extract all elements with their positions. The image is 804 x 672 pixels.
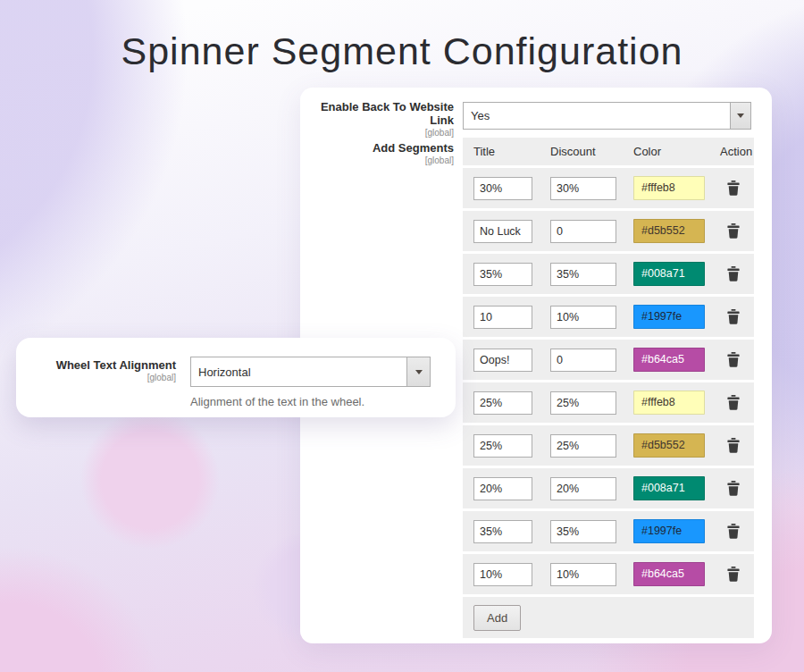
chevron-down-icon	[737, 113, 744, 118]
color-swatch[interactable]: #fffeb8	[633, 176, 705, 200]
discount-input[interactable]	[550, 391, 616, 415]
discount-input[interactable]	[550, 220, 616, 243]
color-swatch[interactable]: #1997fe	[633, 519, 705, 543]
delete-segment-button[interactable]	[725, 522, 741, 541]
header-title: Title	[473, 145, 550, 158]
delete-segment-button[interactable]	[725, 565, 741, 584]
color-swatch[interactable]: #1997fe	[633, 305, 705, 329]
discount-input[interactable]	[550, 434, 616, 458]
title-input[interactable]	[473, 391, 532, 415]
delete-segment-button[interactable]	[725, 479, 741, 498]
trash-icon	[727, 395, 740, 410]
page-background: { "page": { "title": "Spinner Segment Co…	[0, 0, 804, 672]
field-label-text: Enable Back To Website Link	[300, 100, 454, 127]
discount-input[interactable]	[550, 477, 616, 500]
field-scope: [global]	[16, 373, 176, 382]
table-row: #008a71	[463, 254, 754, 297]
select-value: Horizontal	[191, 357, 406, 386]
title-input[interactable]	[473, 263, 532, 286]
chevron-down-icon	[415, 370, 423, 374]
trash-icon	[727, 438, 740, 453]
table-row: #fffeb8	[463, 168, 754, 211]
header-action: Action	[720, 145, 754, 158]
segments-rows: #fffeb8 #d5b552	[463, 168, 754, 597]
delete-segment-button[interactable]	[725, 179, 741, 197]
color-swatch[interactable]: #fffeb8	[633, 391, 705, 415]
delete-segment-button[interactable]	[725, 307, 741, 326]
segments-table-header: Title Discount Color Action	[463, 138, 754, 168]
title-input[interactable]	[473, 349, 532, 372]
delete-segment-button[interactable]	[725, 350, 741, 369]
discount-input[interactable]	[550, 349, 616, 372]
table-row: #1997fe	[463, 511, 754, 554]
color-swatch[interactable]: #b64ca5	[633, 348, 705, 372]
field-label-text: Wheel Text Alignment	[16, 358, 176, 372]
table-row: #fffeb8	[463, 382, 754, 425]
enable-back-link-label: Enable Back To Website Link [global]	[300, 100, 454, 138]
delete-segment-button[interactable]	[725, 393, 741, 412]
title-input[interactable]	[473, 434, 532, 458]
discount-input[interactable]	[550, 263, 616, 286]
select-arrow-button[interactable]	[406, 357, 430, 386]
table-row: #008a71	[463, 468, 754, 511]
select-arrow-button[interactable]	[730, 103, 750, 129]
trash-icon	[727, 567, 740, 582]
wheel-alignment-label: Wheel Text Alignment [global]	[16, 358, 176, 382]
table-row: #d5b552	[463, 425, 754, 468]
field-scope: [global]	[300, 155, 454, 165]
segments-table: Title Discount Color Action #fffeb8 #	[463, 138, 754, 638]
delete-segment-button[interactable]	[725, 222, 741, 240]
select-value: Yes	[464, 103, 730, 129]
color-swatch[interactable]: #b64ca5	[633, 562, 705, 586]
title-input[interactable]	[473, 177, 532, 200]
trash-icon	[727, 266, 740, 281]
header-discount: Discount	[550, 145, 633, 158]
discount-input[interactable]	[550, 563, 616, 586]
title-input[interactable]	[473, 563, 532, 586]
add-segments-label: Add Segments [global]	[300, 141, 454, 165]
discount-input[interactable]	[550, 520, 616, 543]
title-input[interactable]	[473, 477, 532, 500]
color-swatch[interactable]: #d5b552	[633, 433, 705, 458]
enable-back-link-select[interactable]: Yes	[463, 102, 751, 130]
field-scope: [global]	[300, 128, 454, 138]
color-swatch[interactable]: #008a71	[633, 476, 705, 500]
trash-icon	[727, 309, 740, 324]
delete-segment-button[interactable]	[725, 436, 741, 455]
discount-input[interactable]	[550, 177, 616, 200]
add-row: Add	[463, 597, 754, 638]
wheel-alignment-hint: Alignment of the text in the wheel.	[190, 395, 364, 408]
table-row: #b64ca5	[463, 554, 754, 597]
trash-icon	[727, 181, 740, 196]
discount-input[interactable]	[550, 306, 616, 329]
field-label-text: Add Segments	[300, 141, 454, 155]
delete-segment-button[interactable]	[725, 265, 741, 283]
trash-icon	[727, 481, 740, 496]
trash-icon	[727, 524, 740, 539]
wheel-alignment-select[interactable]: Horizontal	[190, 357, 431, 387]
title-input[interactable]	[473, 220, 532, 243]
wheel-text-alignment-card: Wheel Text Alignment [global] Horizontal…	[16, 338, 456, 417]
table-row: #1997fe	[463, 297, 754, 340]
trash-icon	[727, 223, 740, 239]
add-segment-button[interactable]: Add	[473, 605, 521, 631]
header-color: Color	[633, 145, 720, 158]
table-row: #d5b552	[463, 211, 754, 254]
table-row: #b64ca5	[463, 340, 754, 382]
trash-icon	[727, 352, 740, 367]
title-input[interactable]	[473, 520, 532, 543]
title-input[interactable]	[473, 306, 532, 329]
color-swatch[interactable]: #d5b552	[633, 219, 705, 243]
color-swatch[interactable]: #008a71	[633, 262, 705, 286]
page-title: Spinner Segment Configuration	[0, 29, 804, 73]
